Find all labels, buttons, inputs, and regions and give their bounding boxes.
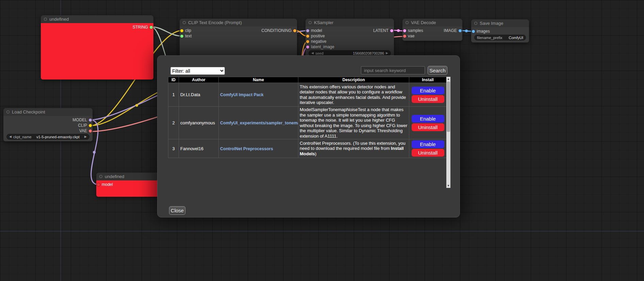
enable-button[interactable]: Enable <box>412 115 444 123</box>
search-button[interactable]: Search <box>428 66 447 75</box>
slot-dot-model-out[interactable] <box>89 119 92 122</box>
node-body: images filename_prefix ComfyUI <box>471 27 529 42</box>
input-slot-model[interactable]: model <box>96 182 164 187</box>
input-slot-text[interactable]: text <box>180 33 297 39</box>
node-header[interactable]: VAE Decode <box>402 19 462 27</box>
slot-dot-image[interactable] <box>459 29 462 32</box>
ckpt-name-widget[interactable]: ◀ ckpt_name v1-5-pruned-emaonly.ckpt ▶ <box>6 134 89 140</box>
wire-midpoint-dot <box>465 30 468 32</box>
scroll-down-icon[interactable]: ▼ <box>446 183 450 188</box>
node-header[interactable]: undefined <box>41 15 153 23</box>
output-slot-string[interactable]: STRING <box>132 24 153 30</box>
install-custom-nodes-dialog: Filter: all Search ID Author Name Descri… <box>157 55 460 217</box>
node-body: model <box>96 180 164 197</box>
filename-prefix-widget[interactable]: filename_prefix ComfyUI <box>474 35 526 40</box>
wire-midpoint-dot <box>397 29 400 32</box>
node-title: Save Image <box>480 21 503 26</box>
input-slot-latent-image[interactable]: latent_image <box>306 44 394 50</box>
cell-author: Dr.Lt.Data <box>179 83 219 107</box>
node-header[interactable]: undefined <box>96 173 164 180</box>
output-slot-clip[interactable]: CLIP <box>72 123 93 128</box>
table-scrollbar[interactable]: ▲ ▼ <box>446 77 450 188</box>
scrollbar-thumb[interactable] <box>447 82 450 132</box>
slot-dot-string[interactable] <box>150 26 153 29</box>
header-install: Install <box>409 77 447 83</box>
enable-button[interactable]: Enable <box>412 140 444 148</box>
node-undefined-bottom[interactable]: undefined model <box>96 173 164 197</box>
header-name: Name <box>219 77 298 83</box>
collapse-dot-icon[interactable] <box>183 21 186 24</box>
slot-dot-latent[interactable] <box>390 29 393 32</box>
cell-author: comfyanonymous <box>179 107 219 139</box>
input-slot-vae[interactable]: vae <box>402 33 462 39</box>
increment-arrow-icon[interactable]: ▶ <box>386 52 388 55</box>
collapse-dot-icon[interactable] <box>6 110 10 113</box>
close-button[interactable]: Close <box>169 206 185 215</box>
node-save-image[interactable]: Save Image images filename_prefix ComfyU… <box>471 19 529 42</box>
node-vae-decode[interactable]: VAE Decode samples vae IMAGE <box>402 19 462 41</box>
slot-dot-images[interactable] <box>472 30 475 33</box>
input-slot-positive[interactable]: positive <box>306 33 394 39</box>
node-title: Load Checkpoint <box>12 109 45 115</box>
slot-dot-vae[interactable] <box>403 35 406 38</box>
node-body: samples vae IMAGE <box>402 27 462 41</box>
decrement-arrow-icon[interactable]: ◀ <box>9 135 12 138</box>
slot-dot-vae-out[interactable] <box>89 129 92 133</box>
cell-id: 1 <box>168 83 179 107</box>
extension-link[interactable]: ControlNet Preprocessors <box>220 146 273 151</box>
scroll-up-icon[interactable]: ▲ <box>446 77 450 81</box>
slot-dot-model[interactable] <box>306 29 309 32</box>
slot-dot-negative[interactable] <box>306 40 309 43</box>
enable-button[interactable]: Enable <box>412 87 444 94</box>
node-title: undefined <box>49 17 69 22</box>
header-description: Description <box>298 77 409 83</box>
header-id: ID <box>168 77 179 83</box>
uninstall-button[interactable]: Uninstall <box>412 149 444 157</box>
node-header[interactable]: Load Checkpoint <box>3 108 93 116</box>
slot-dot-clip-out[interactable] <box>89 124 92 127</box>
collapse-dot-icon[interactable] <box>406 21 409 24</box>
node-title: undefined <box>105 174 124 179</box>
uninstall-button[interactable]: Uninstall <box>412 123 444 131</box>
output-slot-latent[interactable]: LATENT <box>373 28 394 33</box>
slot-dot-conditioning[interactable] <box>293 29 296 32</box>
output-slot-image[interactable]: IMAGE <box>443 28 462 33</box>
collapse-dot-icon[interactable] <box>99 175 102 178</box>
extension-link[interactable]: ComfyUI_experiments/sampler_tonemap <box>220 121 298 125</box>
node-header[interactable]: KSampler <box>306 19 394 27</box>
search-input[interactable] <box>361 66 425 74</box>
increment-arrow-icon[interactable]: ▶ <box>84 135 87 138</box>
node-undefined-top[interactable]: undefined STRING <box>41 15 153 80</box>
output-slot-model[interactable]: MODEL <box>72 117 93 123</box>
cell-id: 2 <box>168 107 179 139</box>
node-load-checkpoint[interactable]: Load Checkpoint MODEL CLIP VAE ◀ ckp <box>3 108 93 141</box>
collapse-dot-icon[interactable] <box>474 22 477 25</box>
filter-select[interactable]: Filter: all <box>170 67 225 75</box>
slot-dot-model-in[interactable] <box>97 183 100 186</box>
decrement-arrow-icon[interactable]: ◀ <box>311 52 314 55</box>
slot-dot-latent-image[interactable] <box>306 46 309 49</box>
cell-description: This extension offers various detector n… <box>298 83 409 107</box>
node-clip-text-encode[interactable]: CLIP Text Encode (Prompt) clip text COND… <box>180 19 297 61</box>
slot-dot-samples[interactable] <box>403 29 406 32</box>
collapse-dot-icon[interactable] <box>44 18 47 21</box>
table-row: 2 comfyanonymous ComfyUI_experiments/sam… <box>168 107 447 139</box>
node-header[interactable]: Save Image <box>471 19 529 27</box>
node-title: CLIP Text Encode (Prompt) <box>188 20 242 25</box>
wire-midpoint-dot <box>93 151 96 154</box>
slot-dot-positive[interactable] <box>306 35 309 38</box>
node-title: KSampler <box>314 20 333 25</box>
node-header[interactable]: CLIP Text Encode (Prompt) <box>180 19 297 27</box>
slot-dot-clip[interactable] <box>180 29 183 32</box>
extension-link[interactable]: ComfyUI Impact Pack <box>220 92 264 97</box>
uninstall-button[interactable]: Uninstall <box>412 95 444 103</box>
input-slot-negative[interactable]: negative <box>306 39 394 44</box>
input-slot-images[interactable]: images <box>471 29 529 34</box>
canvas-axis-horizontal <box>0 231 644 231</box>
cell-id: 3 <box>168 139 179 158</box>
slot-dot-text[interactable] <box>180 35 183 38</box>
collapse-dot-icon[interactable] <box>309 21 312 24</box>
output-slot-vae-out[interactable]: VAE <box>72 128 93 134</box>
cell-description: ModelSamplerTonemapNoiseTest a node that… <box>298 107 409 139</box>
output-slot-conditioning[interactable]: CONDITIONING <box>261 28 297 33</box>
